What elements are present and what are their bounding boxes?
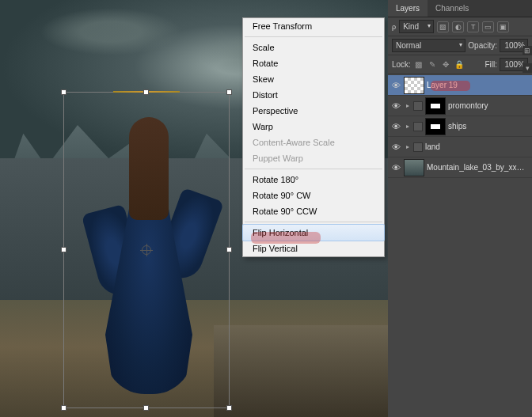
group-folder-icon[interactable] bbox=[413, 101, 423, 111]
filter-smart-icon[interactable]: ▣ bbox=[497, 21, 509, 32]
filter-type-icon[interactable]: T bbox=[467, 21, 479, 32]
expand-icon[interactable]: ⊞ bbox=[522, 46, 532, 55]
context-menu: Free Transform Scale Rotate Skew Distort… bbox=[242, 17, 385, 257]
layer-thumbnail[interactable] bbox=[404, 77, 424, 94]
disclosure-triangle-icon[interactable]: ▸ bbox=[404, 102, 411, 109]
opacity-label: Opacity: bbox=[468, 41, 497, 50]
lock-transparency-icon[interactable]: ▩ bbox=[413, 59, 424, 70]
menu-warp[interactable]: Warp bbox=[243, 119, 384, 135]
menu-separator bbox=[245, 222, 382, 222]
transform-handle-tl[interactable] bbox=[61, 89, 66, 95]
transform-handle-mr[interactable] bbox=[226, 247, 232, 252]
disclosure-triangle-icon[interactable]: ▸ bbox=[404, 143, 411, 150]
filter-adjust-icon[interactable]: ◐ bbox=[452, 21, 464, 32]
menu-rotate[interactable]: Rotate bbox=[243, 55, 384, 71]
menu-scale[interactable]: Scale bbox=[243, 40, 384, 55]
lock-position-icon[interactable]: ✥ bbox=[440, 59, 451, 70]
dropdown-caret-icon[interactable]: ▾ bbox=[522, 63, 532, 73]
blend-mode-dropdown[interactable]: Normal bbox=[392, 39, 466, 52]
group-folder-icon[interactable] bbox=[413, 122, 423, 131]
filter-shape-icon[interactable]: ▭ bbox=[482, 21, 494, 32]
mask-thumbnail[interactable] bbox=[425, 118, 446, 135]
menu-rotate-90ccw[interactable]: Rotate 90° CCW bbox=[243, 203, 384, 219]
layer-name[interactable]: Mountain_lake_03_by_xxM... bbox=[427, 163, 530, 172]
filter-kind-dropdown[interactable]: Kind bbox=[399, 20, 434, 33]
transform-handle-tm[interactable] bbox=[143, 89, 149, 95]
transform-bounding-box[interactable] bbox=[63, 92, 230, 408]
layer-name[interactable]: ships bbox=[448, 122, 530, 131]
fill-label: Fill: bbox=[484, 60, 497, 69]
menu-free-transform[interactable]: Free Transform bbox=[243, 18, 384, 34]
lock-paint-icon[interactable]: ✎ bbox=[427, 59, 438, 70]
transform-center-point[interactable] bbox=[142, 245, 151, 255]
menu-rotate-180[interactable]: Rotate 180° bbox=[243, 172, 384, 188]
layers-panel: Layers Channels ρ Kind ▧ ◐ T ▭ ▣ Normal … bbox=[388, 0, 532, 417]
layer-name[interactable]: Layer 19 bbox=[427, 81, 530, 89]
transform-handle-br[interactable] bbox=[226, 405, 232, 411]
mask-thumbnail[interactable] bbox=[425, 97, 446, 115]
disclosure-triangle-icon[interactable]: ▸ bbox=[404, 123, 411, 130]
visibility-eye-icon[interactable]: 👁 bbox=[390, 142, 401, 152]
filter-pixel-icon[interactable]: ▧ bbox=[437, 21, 449, 32]
group-folder-icon[interactable] bbox=[413, 142, 423, 152]
menu-skew[interactable]: Skew bbox=[243, 71, 384, 87]
blend-row: Normal Opacity: 100% bbox=[388, 36, 532, 55]
menu-separator bbox=[245, 169, 382, 169]
transform-handle-bl[interactable] bbox=[61, 405, 66, 411]
menu-rotate-90cw[interactable]: Rotate 90° CW bbox=[243, 188, 384, 203]
menu-perspective[interactable]: Perspective bbox=[243, 103, 384, 119]
layer-name[interactable]: land bbox=[425, 142, 530, 151]
visibility-eye-icon[interactable]: 👁 bbox=[390, 122, 401, 131]
visibility-eye-icon[interactable]: 👁 bbox=[390, 101, 401, 111]
menu-flip-vertical[interactable]: Flip Vertical bbox=[243, 241, 384, 256]
menu-separator bbox=[245, 36, 382, 37]
layer-filter-row: ρ Kind ▧ ◐ T ▭ ▣ bbox=[388, 17, 532, 36]
lock-label: Lock: bbox=[392, 60, 411, 69]
layer-row[interactable]: 👁 ▸ land bbox=[388, 137, 532, 157]
menu-distort[interactable]: Distort bbox=[243, 87, 384, 103]
menu-content-aware-scale: Content-Aware Scale bbox=[243, 135, 384, 150]
layer-row[interactable]: 👁 ▸ ships bbox=[388, 116, 532, 137]
layer-row[interactable]: 👁 Mountain_lake_03_by_xxM... bbox=[388, 157, 532, 178]
layer-name[interactable]: promontory bbox=[448, 101, 530, 110]
filter-kind-icon: ρ bbox=[392, 23, 396, 31]
layer-row[interactable]: 👁 ▸ promontory bbox=[388, 96, 532, 116]
visibility-eye-icon[interactable]: 👁 bbox=[390, 81, 401, 90]
lock-all-icon[interactable]: 🔒 bbox=[454, 59, 465, 70]
layer-row[interactable]: 👁 Layer 19 bbox=[388, 75, 532, 96]
tab-channels[interactable]: Channels bbox=[428, 0, 477, 17]
visibility-eye-icon[interactable]: 👁 bbox=[390, 163, 401, 172]
menu-flip-horizontal[interactable]: Flip Horizontal bbox=[242, 224, 385, 241]
lock-row: Lock: ▩ ✎ ✥ 🔒 Fill: 100% bbox=[388, 55, 532, 74]
menu-puppet-warp: Puppet Warp bbox=[243, 150, 384, 166]
rock-face bbox=[214, 325, 389, 417]
transform-handle-tr[interactable] bbox=[226, 89, 232, 95]
transform-handle-ml[interactable] bbox=[61, 247, 66, 252]
panel-tabs: Layers Channels bbox=[388, 0, 532, 17]
cloud bbox=[40, 8, 182, 55]
layer-thumbnail[interactable] bbox=[404, 159, 424, 176]
layers-list: 👁 Layer 19 👁 ▸ promontory 👁 ▸ ships 👁 ▸ … bbox=[388, 74, 532, 179]
transform-handle-bm[interactable] bbox=[143, 405, 149, 411]
tab-layers[interactable]: Layers bbox=[388, 0, 428, 17]
